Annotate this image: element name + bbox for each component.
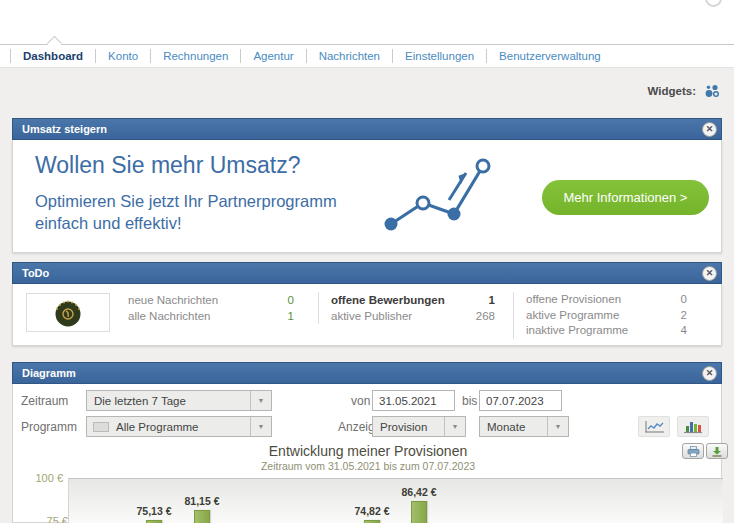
von-date-input[interactable]	[372, 390, 455, 411]
bis-date-input[interactable]	[479, 390, 562, 411]
todo-stat-row: aktive Publisher 268	[331, 308, 513, 324]
tab-einstellungen[interactable]: Einstellungen	[392, 49, 486, 63]
stat-value: 0	[681, 292, 687, 308]
chevron-down-icon[interactable]: ▼	[547, 417, 568, 436]
bar-value[interactable]	[411, 501, 427, 523]
umsatz-panel-title: Umsatz steigern	[13, 123, 107, 135]
tab-agentur[interactable]: Agentur	[240, 49, 305, 63]
dashboard-page: Dashboard Konto Rechnungen Agentur Nachr…	[0, 0, 734, 523]
widgets-config-icon[interactable]	[704, 83, 720, 99]
print-chart-button[interactable]	[682, 443, 704, 459]
umsatz-text: Optimieren Sie jetzt Ihr Partnerprogramm…	[35, 190, 337, 234]
line-chart-icon	[643, 420, 665, 434]
umsatz-heading: Wollen Sie mehr Umsatz?	[35, 152, 300, 179]
chart-title: Entwicklung meiner Provisionen	[13, 443, 723, 459]
program-logo	[26, 293, 110, 332]
stat-label[interactable]: alle Nachrichten	[128, 308, 210, 324]
umsatz-text-line2: einfach und effektiv!	[35, 212, 337, 234]
anzeige-select-value: Provision	[373, 421, 444, 433]
zeitraum-select-value: Die letzten 7 Tage	[87, 395, 250, 407]
zeitraum-select[interactable]: Die letzten 7 Tage ▼	[86, 390, 272, 411]
bar-value[interactable]	[194, 510, 210, 523]
bar-value-label: 86,42 €	[384, 486, 454, 498]
umsatz-text-line1: Optimieren Sie jetzt Ihr Partnerprogramm	[35, 190, 337, 212]
stat-value: 1	[489, 292, 495, 308]
zeitraum-label: Zeitraum	[21, 394, 68, 408]
chart-subtitle: Zeitraum vom 31.05.2021 bis zum 07.07.20…	[13, 460, 723, 472]
anzeige-select[interactable]: Provision ▼	[372, 416, 466, 437]
todo-messages-column: neue Nachrichten 0 alle Nachrichten 1	[128, 292, 320, 324]
stat-label[interactable]: inaktive Programme	[526, 323, 628, 339]
bis-label: bis	[462, 394, 477, 408]
programm-select-value: Alle Programme	[109, 421, 250, 433]
y-axis-tick-75: 75 €	[13, 515, 68, 523]
stat-label[interactable]: offene Bewerbungen	[331, 292, 445, 308]
programm-label: Programm	[21, 420, 77, 434]
diagramm-panel-header: Diagramm ✕	[12, 362, 722, 384]
tab-konto[interactable]: Konto	[95, 49, 150, 63]
main-nav: Dashboard Konto Rechnungen Agentur Nachr…	[0, 44, 734, 68]
stat-value: 0	[288, 292, 294, 308]
chevron-down-icon[interactable]: ▼	[250, 417, 271, 436]
y-axis-tick-100: 100 €	[8, 472, 63, 484]
growth-chart-icon	[381, 148, 521, 247]
mehr-informationen-button[interactable]: Mehr Informationen >	[542, 180, 709, 215]
todo-stat-row: offene Provisionen 0	[526, 292, 705, 308]
bar-chart-button[interactable]	[677, 416, 709, 437]
tab-benutzerverwaltung[interactable]: Benutzerverwaltung	[486, 49, 613, 63]
todo-stat-row: aktive Programme 2	[526, 308, 705, 324]
umsatz-panel-header: Umsatz steigern ✕	[12, 118, 722, 140]
umsatz-close-icon[interactable]: ✕	[702, 122, 717, 137]
tab-nachrichten[interactable]: Nachrichten	[306, 49, 392, 63]
download-chart-button[interactable]	[706, 443, 728, 459]
printer-icon	[687, 446, 700, 457]
todo-panel-body: neue Nachrichten 0 alle Nachrichten 1 of…	[12, 284, 722, 346]
todo-stat-row: neue Nachrichten 0	[128, 292, 320, 308]
interval-select-value: Monate	[480, 421, 547, 433]
tab-rechnungen[interactable]: Rechnungen	[150, 49, 240, 63]
bar-value-label: 81,15 €	[167, 495, 237, 507]
chevron-down-icon[interactable]: ▼	[250, 391, 271, 410]
todo-stat-row: alle Nachrichten 1	[128, 308, 320, 324]
diagramm-panel-title: Diagramm	[13, 367, 76, 379]
stat-value: 4	[681, 323, 687, 339]
widgets-row: Widgets:	[648, 83, 720, 99]
widgets-label: Widgets:	[648, 85, 696, 97]
download-icon	[711, 446, 723, 457]
program-thumbnail-icon	[93, 422, 109, 432]
todo-panel-title: ToDo	[13, 267, 49, 279]
stat-label[interactable]: aktive Publisher	[331, 308, 412, 324]
von-label: von	[351, 394, 370, 408]
stat-value: 268	[476, 308, 495, 324]
programm-select[interactable]: Alle Programme ▼	[86, 416, 272, 437]
todo-stat-row: inaktive Programme 4	[526, 323, 705, 339]
diagramm-close-icon[interactable]: ✕	[702, 366, 717, 381]
stat-label[interactable]: offene Provisionen	[526, 292, 621, 308]
line-chart-button[interactable]	[638, 416, 670, 437]
todo-programs-column: offene Provisionen 0 aktive Programme 2 …	[513, 292, 705, 339]
umsatz-panel-body: Wollen Sie mehr Umsatz? Optimieren Sie j…	[12, 140, 722, 253]
chevron-down-icon[interactable]: ▼	[444, 417, 465, 436]
stat-label[interactable]: neue Nachrichten	[128, 292, 218, 308]
bar-chart-icon	[683, 420, 703, 434]
todo-publisher-column: offene Bewerbungen 1 aktive Publisher 26…	[318, 292, 513, 324]
interval-select[interactable]: Monate ▼	[479, 416, 569, 437]
stat-label[interactable]: aktive Programme	[526, 308, 619, 324]
tab-dashboard[interactable]: Dashboard	[10, 49, 95, 63]
stat-value: 2	[681, 308, 687, 324]
todo-stat-row: offene Bewerbungen 1	[331, 292, 513, 308]
todo-panel-header: ToDo ✕	[12, 262, 722, 284]
top-whitespace	[0, 0, 734, 44]
bar-value-label: 74,82 €	[337, 505, 407, 517]
stat-value: 1	[288, 308, 294, 324]
todo-close-icon[interactable]: ✕	[702, 266, 717, 281]
